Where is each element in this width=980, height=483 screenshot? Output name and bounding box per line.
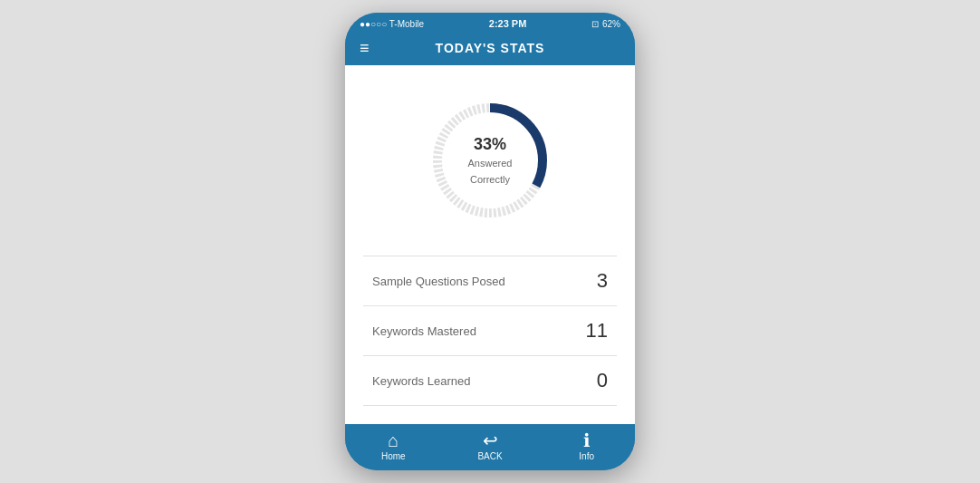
stat-label-mastered: Keywords Mastered [372, 324, 476, 338]
menu-icon[interactable]: ≡ [360, 40, 370, 56]
page-title: TODAY'S STATS [436, 41, 545, 55]
info-icon: ℹ [583, 431, 591, 449]
back-icon: ↩ [483, 431, 498, 449]
battery-icon: ⊡ [591, 19, 599, 29]
bottom-nav: ⌂ Home ↩ BACK ℹ Info [345, 424, 635, 470]
nav-home[interactable]: ⌂ Home [345, 431, 442, 461]
stat-value-questions: 3 [597, 269, 608, 293]
nav-info-label: Info [579, 451, 594, 461]
stat-row-learned: Keywords Learned 0 [363, 356, 617, 406]
chart-container: 33% Answered Correctly [363, 83, 617, 237]
status-right: ⊡ 62% [591, 19, 620, 29]
status-bar: ●●○○○ T-Mobile 2:23 PM ⊡ 62% [345, 13, 635, 33]
donut-percent: 33% [456, 135, 524, 154]
stat-row-questions: Sample Questions Posed 3 [363, 256, 617, 306]
main-content: 33% Answered Correctly Sample Questions … [345, 65, 635, 424]
stat-value-learned: 0 [597, 369, 608, 392]
donut-chart: 33% Answered Correctly [422, 92, 558, 228]
app-header: ≡ TODAY'S STATS [345, 33, 635, 65]
donut-text-line1: Answered [468, 158, 513, 169]
status-time: 2:23 PM [489, 18, 527, 29]
home-icon: ⌂ [388, 431, 399, 449]
stat-value-mastered: 11 [586, 319, 608, 343]
stat-label-learned: Keywords Learned [372, 374, 470, 388]
nav-home-label: Home [381, 451, 406, 461]
nav-back-label: BACK [477, 451, 502, 461]
nav-info[interactable]: ℹ Info [538, 431, 635, 461]
donut-label: 33% Answered Correctly [456, 135, 524, 187]
phone-shell: ●●○○○ T-Mobile 2:23 PM ⊡ 62% ≡ TODAY'S S… [345, 13, 635, 470]
stat-label-questions: Sample Questions Posed [372, 275, 505, 288]
donut-text-line2: Correctly [470, 174, 510, 185]
stat-row-mastered: Keywords Mastered 11 [363, 306, 617, 356]
status-left: ●●○○○ T-Mobile [360, 19, 424, 29]
stats-section: Sample Questions Posed 3 Keywords Master… [363, 256, 617, 406]
battery-text: 62% [602, 19, 620, 29]
nav-back[interactable]: ↩ BACK [442, 431, 539, 461]
carrier-text: ●●○○○ T-Mobile [360, 19, 424, 29]
